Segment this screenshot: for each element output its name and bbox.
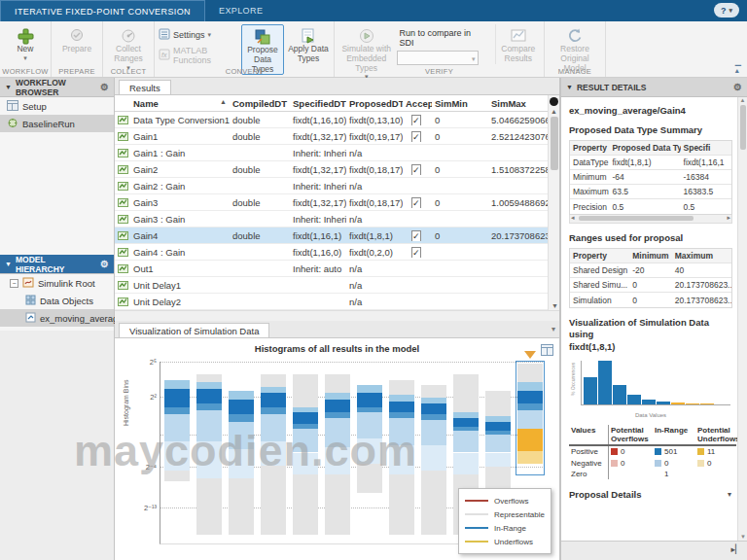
accept-checkbox[interactable]: ✓ <box>411 115 421 125</box>
table-row[interactable]: Gain2doublefixdt(1,32,17)fixdt(0,18,17)✓… <box>115 161 559 178</box>
histogram-bar[interactable] <box>421 362 446 543</box>
accept-checkbox[interactable]: ✓ <box>411 197 421 208</box>
tab-results[interactable]: Results <box>119 80 171 94</box>
panel-menu-icon[interactable]: ▾ <box>551 325 555 333</box>
col-simmin[interactable]: SimMin <box>432 98 488 109</box>
histogram-bar[interactable] <box>229 362 254 543</box>
col-proposeddt[interactable]: ProposedDT <box>346 98 403 109</box>
histogram-bar[interactable] <box>164 362 190 543</box>
cell-accept: ✓ <box>403 230 432 241</box>
histogram-chart: Histograms of all results in the model H… <box>115 338 559 560</box>
results-table-header[interactable]: Name▲ CompiledDT SpecifiedDT ProposedDT … <box>115 95 559 112</box>
result-details-panel: ▼ RESULT DETAILS ⚙ ex_moving_average/Gai… <box>560 78 747 560</box>
y-tick-label: 2⁻⁴ <box>135 463 157 472</box>
cell-proposed: n/a <box>346 214 403 225</box>
bar-segment-gray <box>421 385 446 398</box>
settings-button[interactable]: Settings▾ <box>159 28 238 42</box>
baseline-run-icon <box>7 118 18 130</box>
result-details-header[interactable]: ▼ RESULT DETAILS ⚙ <box>561 78 747 97</box>
accept-checkbox[interactable]: ✓ <box>411 247 421 258</box>
histogram-bar[interactable] <box>261 362 286 543</box>
cell-proposed: fixdt(0,2,0) <box>346 247 403 258</box>
section-label-collect: COLLECT <box>103 67 154 76</box>
tree-item-ex-moving-average[interactable]: ex_moving_average* <box>0 309 114 327</box>
section-label-convert: CONVERT <box>155 67 334 76</box>
accept-checkbox[interactable]: ✓ <box>411 164 421 175</box>
cell-simmin: 0 <box>432 197 488 208</box>
histogram-bar[interactable] <box>357 362 382 543</box>
apply-data-types-icon <box>300 26 317 45</box>
table-row[interactable]: Unit Delay2n/a <box>115 294 559 310</box>
compare-results-button[interactable]: Compare Results <box>495 24 540 64</box>
selected-result-marker-icon[interactable] <box>524 351 536 359</box>
model-hierarchy-header[interactable]: ▼ MODEL HIERARCHY ⚙ <box>0 255 114 274</box>
help-button[interactable]: ?▾ <box>714 3 739 18</box>
table-row[interactable]: Gain3 : GainInherit: Inherit ...n/a <box>115 211 559 228</box>
collect-ranges-button[interactable]: Collect Ranges▾ <box>107 24 150 72</box>
table-row[interactable]: Data Type Conversion1doublefixdt(1,16,10… <box>115 112 559 128</box>
table-row[interactable]: Unit Delay1n/a <box>115 277 559 294</box>
workflow-browser-header[interactable]: ▼ WORKFLOW BROWSER ⚙ <box>0 78 114 97</box>
scroll-down-icon[interactable]: ▼ <box>740 534 746 540</box>
results-vertical-scrollbar[interactable]: ▲ ▼ <box>548 95 559 310</box>
gear-icon[interactable]: ⚙ <box>100 259 109 269</box>
table-row[interactable]: Gain1doublefixdt(1,32,17)fixdt(0,19,17)✓… <box>115 128 559 145</box>
scroll-up-icon[interactable]: ▲ <box>738 97 747 103</box>
tab-visualization[interactable]: Visualization of Simulation Data <box>119 323 269 337</box>
sdi-run-combobox[interactable]: ▾ <box>397 51 479 65</box>
matlab-functions-button[interactable]: fx MATLAB Functions <box>159 46 238 65</box>
details-vertical-scrollbar[interactable]: ▲ ▼ <box>737 97 747 541</box>
table-row[interactable]: Gain3doublefixdt(1,32,17)fixdt(0,18,17)✓… <box>115 194 559 211</box>
tab-iterative-fixed-point-conversion[interactable]: ITERATIVE FIXED-POINT CONVERSION <box>0 0 205 21</box>
gear-icon[interactable]: ⚙ <box>100 82 109 92</box>
column-options-icon[interactable] <box>550 97 558 106</box>
tree-item-simulink-root[interactable]: − Simulink Root <box>0 274 114 292</box>
col-accept[interactable]: Accept <box>403 98 432 109</box>
col-name[interactable]: Name▲ <box>130 98 230 109</box>
table-row[interactable]: Out1Inherit: auton/a <box>115 261 559 277</box>
tab-explore[interactable]: EXPLORE <box>205 0 276 21</box>
tree-item-data-objects[interactable]: Data Objects <box>0 292 114 309</box>
table-row[interactable]: Gain4doublefixdt(1,16,1)fixdt(1,8,1)✓020… <box>115 228 559 244</box>
result-signal-icon <box>115 163 130 176</box>
accept-checkbox[interactable]: ✓ <box>411 131 421 142</box>
histogram-bar[interactable] <box>293 362 318 543</box>
collapse-section-icon[interactable]: ▾ <box>728 490 731 499</box>
scroll-up-icon[interactable]: ▲ <box>549 108 559 115</box>
workflow-item-baselinerun[interactable]: BaselineRun <box>0 115 114 132</box>
result-signal-icon <box>115 229 130 242</box>
scroll-down-icon[interactable]: ▼ <box>551 302 558 309</box>
collapse-triangle-icon: ▼ <box>566 84 573 90</box>
table-row[interactable]: Gain2 : GainInherit: Inherit ...n/a <box>115 178 559 194</box>
expand-panel-icon[interactable]: ▸▏ <box>731 544 742 554</box>
collapse-expander-icon[interactable]: − <box>10 279 18 288</box>
scrollbar-thumb[interactable] <box>740 105 746 150</box>
histogram-bar[interactable] <box>196 362 222 543</box>
minimize-toolstrip-icon[interactable]: ▁▴ <box>735 57 741 75</box>
mini-histogram-bar <box>700 403 714 404</box>
restore-original-model-button[interactable]: Restore Original Model <box>549 24 601 73</box>
table-row[interactable]: Gain1 : GainInherit: Inherit ...n/a <box>115 145 559 161</box>
gear-icon[interactable]: ⚙ <box>733 82 742 92</box>
inrange-swatch <box>655 460 661 467</box>
workflow-item-setup[interactable]: Setup <box>0 97 114 115</box>
accept-checkbox[interactable]: ✓ <box>411 230 421 241</box>
results-hscrollbar-area[interactable] <box>115 310 559 321</box>
scrollbar-thumb[interactable] <box>579 216 694 221</box>
apply-data-types-button[interactable]: Apply Data Types <box>287 24 330 64</box>
open-in-figure-icon[interactable] <box>541 342 553 360</box>
histogram-bar[interactable] <box>325 362 350 543</box>
prepare-button[interactable]: Prepare <box>55 24 98 54</box>
col-compileddt[interactable]: CompiledDT <box>230 98 290 109</box>
table-row[interactable]: Gain4 : Gainfixdt(1,16,0)fixdt(0,2,0)✓ <box>115 244 559 261</box>
histogram-bar[interactable] <box>389 362 414 543</box>
matlab-functions-icon: fx <box>159 49 170 62</box>
new-button[interactable]: New▾ <box>4 24 47 62</box>
chevron-down-icon: ▾ <box>472 55 476 63</box>
scrollbar-thumb[interactable] <box>551 117 558 170</box>
summary-horizontal-scrollbar[interactable]: ◂▸ <box>569 215 732 224</box>
y-tick-label: 2⁵ <box>135 358 157 367</box>
col-specifieddt[interactable]: SpecifiedDT <box>290 98 346 109</box>
col-simmax[interactable]: SimMax <box>488 98 549 109</box>
cell-specified: fixdt(1,16,1) <box>290 230 346 241</box>
